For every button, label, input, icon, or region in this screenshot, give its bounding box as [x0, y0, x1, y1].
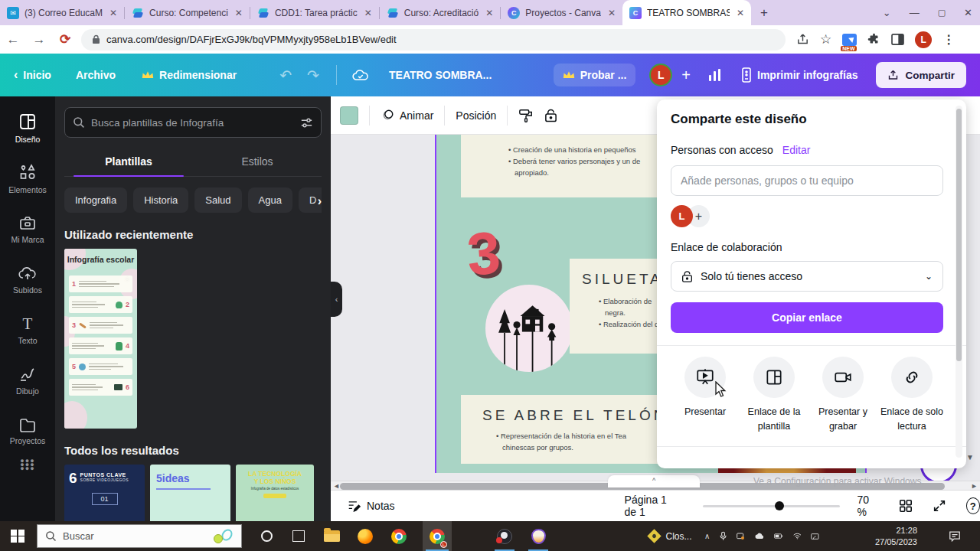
- extensions-puzzle-icon[interactable]: [867, 33, 880, 46]
- sidebar-item-brand[interactable]: Mi Marca: [3, 204, 52, 254]
- step-number-3[interactable]: 3: [465, 218, 503, 290]
- sidebar-item-text[interactable]: T Texto: [3, 305, 52, 355]
- taskbar-clock[interactable]: 21:28 27/05/2023: [875, 521, 917, 551]
- chip-salud[interactable]: Salud: [194, 187, 241, 213]
- color-swatch[interactable]: [340, 106, 358, 125]
- result-thumbnail-tecnologia[interactable]: LA TECNOLOGÍA Y LOS NIÑOS Infografía de …: [236, 465, 314, 521]
- running-app-clos[interactable]: Clos...: [642, 521, 700, 551]
- position-button[interactable]: Posición: [456, 109, 496, 122]
- lock-icon[interactable]: [544, 108, 557, 123]
- onedrive-cloud-icon[interactable]: [755, 532, 764, 540]
- window-maximize-button[interactable]: ▢: [938, 8, 946, 18]
- share-panel-scrollbar[interactable]: [956, 106, 962, 458]
- tab-close-icon[interactable]: ✕: [235, 8, 243, 18]
- zoom-value[interactable]: 70 %: [857, 494, 877, 518]
- help-button[interactable]: ?: [966, 497, 980, 514]
- shadow-puppets-image[interactable]: [485, 285, 573, 372]
- template-search-input[interactable]: [91, 117, 294, 129]
- apps-grid-icon[interactable]: ●●●●●●●●●: [20, 459, 34, 471]
- copy-link-button[interactable]: Copiar enlace: [671, 302, 943, 333]
- sidebar-item-uploads[interactable]: Subidos: [3, 254, 52, 305]
- new-tab-button[interactable]: +: [760, 5, 768, 21]
- side-panel-icon[interactable]: [891, 34, 904, 45]
- readonly-link-button[interactable]: Enlace de sololectura: [877, 357, 946, 434]
- browser-profile-avatar[interactable]: L: [915, 31, 932, 48]
- task-view-button[interactable]: [288, 521, 309, 551]
- scroll-down-icon[interactable]: ▼: [966, 453, 974, 461]
- browser-tab-mail[interactable]: ✉ (3) Correo EducaM ✕: [0, 0, 124, 25]
- notes-button[interactable]: Notas: [348, 500, 395, 512]
- window-minimize-button[interactable]: —: [910, 7, 920, 18]
- scroll-right-icon[interactable]: ►: [971, 482, 978, 490]
- app-badge-icon[interactable]: [737, 531, 745, 542]
- notification-center-button[interactable]: [943, 521, 966, 551]
- sidebar-new-feature-icon[interactable]: NEW: [842, 34, 857, 46]
- template-search-box[interactable]: [64, 107, 322, 138]
- window-close-button[interactable]: ✕: [964, 7, 972, 18]
- forward-icon[interactable]: →: [26, 32, 52, 47]
- home-button[interactable]: ‹ Inicio: [14, 68, 51, 82]
- start-button[interactable]: [0, 521, 35, 551]
- battery-icon[interactable]: [774, 533, 782, 540]
- connect-screen-icon[interactable]: [811, 532, 819, 541]
- result-thumbnail-5ideas[interactable]: 5ideas: [150, 465, 230, 521]
- tab-close-icon[interactable]: ✕: [485, 8, 493, 18]
- zoom-slider-knob[interactable]: [775, 501, 784, 510]
- shield-app-button[interactable]: [527, 521, 550, 551]
- url-field[interactable]: canva.com/design/DAFjrExGJ9k/bqVPMMyxjty…: [81, 29, 786, 51]
- redo-icon[interactable]: ↷: [307, 67, 319, 84]
- browser-tab-course-3[interactable]: Curso: Acreditació ✕: [380, 0, 500, 25]
- taskbar-search-box[interactable]: Buscar: [37, 524, 242, 548]
- microphone-icon[interactable]: [720, 530, 727, 542]
- template-link-button[interactable]: Enlace de laplantilla: [740, 357, 808, 434]
- style-roller-icon[interactable]: [518, 108, 534, 123]
- animate-button[interactable]: Animar: [381, 109, 433, 122]
- share-button[interactable]: Compartir: [876, 62, 966, 88]
- share-page-icon[interactable]: [796, 33, 809, 46]
- present-record-button[interactable]: Presentar ygrabar: [808, 357, 877, 434]
- panel-collapse-handle[interactable]: ‹: [331, 282, 342, 317]
- chip-agua[interactable]: Agua: [248, 187, 292, 213]
- present-button[interactable]: Presentar: [671, 357, 740, 434]
- collaborator-avatar[interactable]: L: [671, 205, 693, 227]
- bottom-bar-collapse-tab[interactable]: ^: [608, 475, 700, 487]
- chip-infografia[interactable]: Infografia: [64, 187, 127, 213]
- sidebar-item-elements[interactable]: Elementos: [3, 153, 52, 204]
- tab-close-icon[interactable]: ✕: [608, 8, 616, 18]
- firefox-button[interactable]: [354, 521, 377, 551]
- fullscreen-icon[interactable]: [933, 499, 946, 513]
- grid-view-icon[interactable]: [899, 499, 913, 513]
- tab-close-icon[interactable]: ✕: [737, 8, 744, 18]
- design-title[interactable]: TEATRO SOMBRA...: [389, 69, 492, 81]
- sidebar-item-design[interactable]: Diseño: [3, 103, 52, 153]
- browser-menu-icon[interactable]: ⋮: [942, 32, 955, 47]
- add-people-input[interactable]: [671, 165, 943, 196]
- resize-button[interactable]: Redimensionar: [142, 69, 237, 81]
- undo-icon[interactable]: ↶: [279, 67, 292, 84]
- reload-icon[interactable]: ⟳: [52, 31, 78, 47]
- account-avatar[interactable]: L: [649, 64, 672, 86]
- tab-close-icon[interactable]: ✕: [109, 8, 117, 18]
- recent-template-thumbnail[interactable]: Infografía escolar ⚛ 1 2 3 4: [64, 249, 137, 429]
- tab-search-chevron-icon[interactable]: ⌄: [883, 7, 891, 18]
- chips-scroll-right-icon[interactable]: ›: [318, 194, 322, 208]
- browser-tab-course-1[interactable]: Curso: Competenci ✕: [125, 0, 250, 25]
- tab-plantillas[interactable]: Plantillas: [64, 148, 193, 176]
- cortana-button[interactable]: [256, 521, 277, 551]
- tray-chevron-icon[interactable]: ∧: [704, 532, 710, 540]
- browser-tab-canva-projects[interactable]: C Proyectos - Canva ✕: [501, 0, 622, 25]
- chrome-active-button[interactable]: L: [423, 521, 452, 551]
- sidebar-item-draw[interactable]: Dibujo: [3, 355, 52, 406]
- file-explorer-button[interactable]: [320, 521, 343, 551]
- print-infographics-button[interactable]: Imprimir infografías: [741, 67, 858, 83]
- browser-tab-active-design[interactable]: C TEATRO SOMBRAS ✕: [622, 0, 751, 25]
- insights-chart-icon[interactable]: [707, 68, 723, 82]
- wifi-icon[interactable]: [793, 532, 802, 540]
- zoom-slider[interactable]: [703, 505, 840, 507]
- browser-tab-course-2[interactable]: CDD1: Tarea práctic ✕: [250, 0, 379, 25]
- sidebar-item-projects[interactable]: Proyectos: [3, 406, 52, 456]
- edit-access-link[interactable]: Editar: [782, 144, 811, 156]
- bookmark-star-icon[interactable]: ☆: [820, 31, 831, 47]
- tab-close-icon[interactable]: ✕: [364, 8, 372, 18]
- file-menu-button[interactable]: Archivo: [76, 69, 116, 81]
